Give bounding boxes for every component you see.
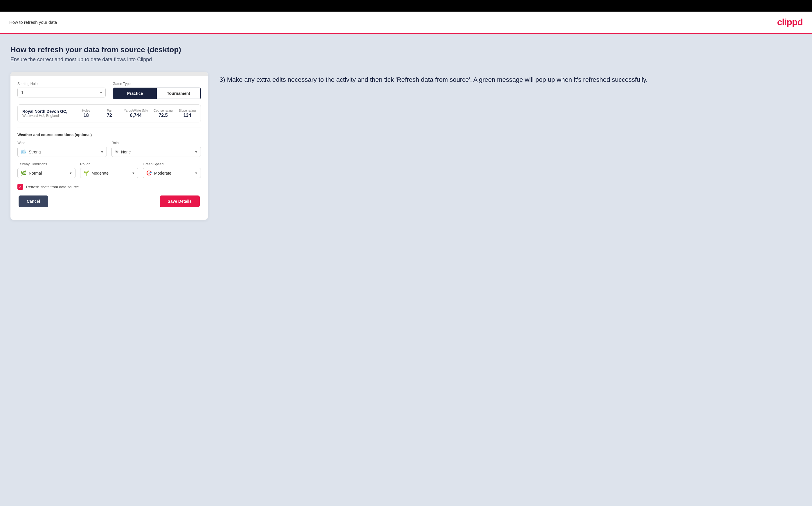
par-label: Par bbox=[107, 109, 112, 112]
save-button[interactable]: Save Details bbox=[160, 195, 200, 207]
cancel-button[interactable]: Cancel bbox=[18, 195, 48, 207]
green-speed-chevron-icon: ▼ bbox=[195, 171, 198, 175]
top-bar bbox=[0, 0, 812, 12]
holes-stat: Holes 18 bbox=[78, 109, 95, 118]
rough-chevron-icon: ▼ bbox=[132, 171, 135, 175]
wind-value: Strong bbox=[29, 150, 41, 154]
slope-rating-value: 134 bbox=[184, 113, 191, 118]
page-subheading: Ensure the correct and most up to date d… bbox=[10, 57, 802, 63]
rain-icon: ☀ bbox=[115, 149, 119, 155]
rough-value: Moderate bbox=[92, 171, 109, 175]
refresh-checkbox[interactable]: ✓ bbox=[17, 184, 23, 190]
rough-group: Rough 🌱 Moderate ▼ bbox=[80, 162, 138, 178]
rain-label: Rain bbox=[111, 141, 201, 145]
practice-button[interactable]: Practice bbox=[113, 88, 157, 99]
green-speed-label: Green Speed bbox=[143, 162, 201, 166]
wind-dropdown-left: 💨 Strong bbox=[20, 149, 41, 155]
fairway-dropdown-left: 🌿 Normal bbox=[20, 170, 42, 176]
green-speed-dropdown-left: 🎯 Moderate bbox=[146, 170, 171, 176]
rough-dropdown[interactable]: 🌱 Moderate ▼ bbox=[80, 168, 138, 178]
course-rating-stat: Course rating 72.5 bbox=[154, 109, 173, 118]
starting-hole-label: Starting Hole bbox=[17, 82, 106, 86]
tournament-button[interactable]: Tournament bbox=[157, 88, 200, 99]
form-inner: Starting Hole 1 10 ▼ Game Type Practi bbox=[10, 76, 208, 213]
fairway-label: Fairway Conditions bbox=[17, 162, 75, 166]
rough-label: Rough bbox=[80, 162, 138, 166]
fairway-chevron-icon: ▼ bbox=[69, 171, 72, 175]
rain-chevron-icon: ▼ bbox=[195, 150, 198, 154]
green-speed-dropdown[interactable]: 🎯 Moderate ▼ bbox=[143, 168, 201, 178]
course-location: Westward Ho!, England bbox=[22, 114, 72, 118]
fairway-dropdown[interactable]: 🌿 Normal ▼ bbox=[17, 168, 75, 178]
rough-icon: 🌱 bbox=[83, 170, 89, 176]
conditions-row-2: Fairway Conditions 🌿 Normal ▼ Rough bbox=[17, 162, 201, 178]
green-speed-icon: 🎯 bbox=[146, 170, 152, 176]
rain-group: Rain ☀ None ▼ bbox=[111, 141, 201, 157]
header-title: How to refresh your data bbox=[9, 20, 57, 25]
holes-label: Holes bbox=[82, 109, 90, 112]
course-rating-label: Course rating bbox=[154, 109, 173, 112]
yards-label: Yards/White (M)) bbox=[124, 109, 148, 112]
starting-hole-group: Starting Hole 1 10 ▼ bbox=[17, 82, 106, 98]
footer: Copyright Clippd 2022 bbox=[0, 506, 812, 507]
starting-hole-select[interactable]: 1 10 bbox=[17, 88, 106, 98]
course-rating-value: 72.5 bbox=[158, 113, 167, 118]
instructions-text: 3) Make any extra edits necessary to the… bbox=[219, 75, 802, 84]
rain-dropdown-left: ☀ None bbox=[115, 149, 131, 155]
green-speed-value: Moderate bbox=[154, 171, 171, 175]
instructions-panel: 3) Make any extra edits necessary to the… bbox=[219, 72, 802, 87]
yards-value: 6,744 bbox=[130, 113, 142, 118]
slope-rating-label: Slope rating bbox=[179, 109, 196, 112]
green-speed-group: Green Speed 🎯 Moderate ▼ bbox=[143, 162, 201, 178]
refresh-checkbox-label: Refresh shots from data source bbox=[26, 185, 79, 189]
holes-value: 18 bbox=[84, 113, 89, 118]
game-type-buttons: Practice Tournament bbox=[113, 88, 201, 99]
fairway-value: Normal bbox=[29, 171, 42, 175]
yards-stat: Yards/White (M)) 6,744 bbox=[124, 109, 148, 118]
course-name-col: Royal North Devon GC, Westward Ho!, Engl… bbox=[22, 109, 72, 118]
fairway-icon: 🌿 bbox=[20, 170, 27, 176]
wind-chevron-icon: ▼ bbox=[100, 150, 104, 154]
game-type-group: Game Type Practice Tournament bbox=[113, 82, 201, 99]
wind-icon: 💨 bbox=[20, 149, 27, 155]
fairway-group: Fairway Conditions 🌿 Normal ▼ bbox=[17, 162, 75, 178]
checkbox-check-icon: ✓ bbox=[19, 185, 22, 189]
main-content: How to refresh your data from source (de… bbox=[0, 34, 812, 506]
header: How to refresh your data clippd bbox=[0, 12, 812, 34]
rough-dropdown-left: 🌱 Moderate bbox=[83, 170, 109, 176]
conditions-label: Weather and course conditions (optional) bbox=[17, 132, 201, 137]
course-card: Royal North Devon GC, Westward Ho!, Engl… bbox=[17, 104, 201, 122]
rain-value: None bbox=[121, 150, 131, 154]
wind-dropdown[interactable]: 💨 Strong ▼ bbox=[17, 147, 107, 157]
starting-hole-select-wrapper[interactable]: 1 10 ▼ bbox=[17, 88, 106, 98]
form-top-strip bbox=[10, 72, 208, 76]
course-row: Royal North Devon GC, Westward Ho!, Engl… bbox=[22, 109, 196, 118]
logo: clippd bbox=[777, 17, 803, 27]
form-actions: Cancel Save Details bbox=[17, 195, 201, 207]
par-stat: Par 72 bbox=[101, 109, 118, 118]
form-row-top: Starting Hole 1 10 ▼ Game Type Practi bbox=[17, 82, 201, 99]
content-area: Starting Hole 1 10 ▼ Game Type Practi bbox=[10, 72, 802, 220]
form-panel: Starting Hole 1 10 ▼ Game Type Practi bbox=[10, 72, 208, 220]
wind-rain-row: Wind 💨 Strong ▼ Rain bbox=[17, 141, 201, 157]
par-value: 72 bbox=[107, 113, 112, 118]
game-type-label: Game Type bbox=[113, 82, 201, 86]
refresh-checkbox-row: ✓ Refresh shots from data source bbox=[17, 184, 201, 190]
wind-label: Wind bbox=[17, 141, 107, 145]
rain-dropdown[interactable]: ☀ None ▼ bbox=[111, 147, 201, 157]
page-heading: How to refresh your data from source (de… bbox=[10, 45, 802, 54]
course-name: Royal North Devon GC, bbox=[22, 109, 72, 114]
slope-rating-stat: Slope rating 134 bbox=[179, 109, 196, 118]
wind-group: Wind 💨 Strong ▼ bbox=[17, 141, 107, 157]
